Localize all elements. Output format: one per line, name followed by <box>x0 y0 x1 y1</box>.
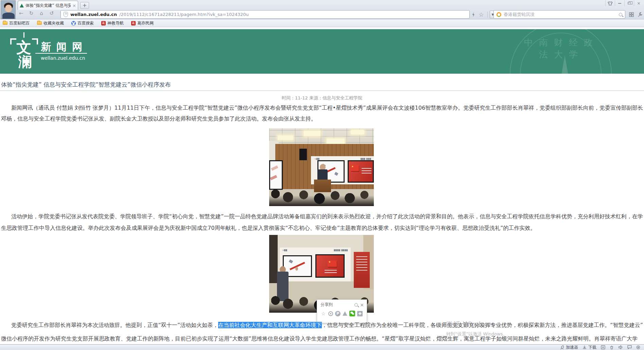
slide <box>316 255 344 277</box>
share-popup-header: 分享到 × <box>317 300 367 308</box>
browser-window: 体验“指尖党建” 信息与安全工 × + × ← ↻ ⌂ ↺ ☆ wellan.z… <box>0 0 644 350</box>
kaixin-icon[interactable] <box>343 311 347 316</box>
ceiling-vent <box>351 130 364 135</box>
nav-buttons: ← ↻ ⌂ ↺ ☆ <box>17 9 66 17</box>
slide-ribbon <box>271 165 279 171</box>
restore-button[interactable] <box>624 0 634 6</box>
bookmark-item[interactable]: 百度贴吧百 <box>3 20 30 26</box>
download-button[interactable]: 下载 <box>582 345 596 350</box>
tab-favicon <box>20 4 24 7</box>
board-brand: ███ ███ <box>361 158 371 160</box>
ceiling-light <box>304 131 320 136</box>
party-flag <box>351 165 359 171</box>
minimize-button[interactable] <box>615 0 624 6</box>
slide-chip <box>334 172 338 176</box>
tab-close-icon[interactable]: × <box>72 3 76 8</box>
share-close-icon[interactable]: × <box>360 302 364 308</box>
accelerator-button[interactable]: 加速器 <box>560 345 578 350</box>
site-security-icon[interactable] <box>64 12 68 17</box>
bookmark-item[interactable]: 百度搜索 <box>71 20 94 26</box>
download-label: 下载 <box>588 345 596 350</box>
bookmark-item[interactable]: 葛 神教导航 <box>101 20 124 26</box>
right-screen <box>315 254 345 278</box>
wenlan-logo[interactable]: 文 澜 <box>10 34 38 68</box>
wechat-icon[interactable] <box>349 311 355 316</box>
share-icons-row: ☆ P ✚ <box>317 308 367 316</box>
site-domain: wellan.zuel.edu.cn <box>41 55 85 61</box>
url-host: wellan.zuel.edu.cn <box>70 12 117 17</box>
tab-title: 体验“指尖党建” 信息与安全工 <box>25 3 71 8</box>
bookmark-item[interactable]: 葛 葛亦民网 <box>131 20 154 26</box>
toolbar-separator <box>487 12 488 18</box>
bookmark-label: 神教导航 <box>107 20 124 26</box>
download-icon <box>582 345 587 349</box>
skin-icon[interactable] <box>605 0 615 6</box>
avatar-body <box>2 13 15 19</box>
share-search-icon[interactable] <box>354 303 358 307</box>
cleaner-icon[interactable] <box>609 345 614 349</box>
history-button[interactable]: ↺ <box>48 9 56 17</box>
folder-icon <box>37 21 42 25</box>
seal-script-text: 中南财经政法大学 <box>521 37 602 60</box>
favorite-star-icon[interactable]: ☆ <box>477 11 485 19</box>
logo-tick <box>23 32 24 38</box>
article-photo-1: N██ ███ ███ <box>269 128 374 206</box>
slide-figure <box>295 267 298 270</box>
bookmark-label: 百度搜索 <box>77 20 94 26</box>
sound-icon[interactable] <box>618 345 623 349</box>
audience <box>269 183 374 206</box>
wrench-menu-button[interactable] <box>636 11 644 19</box>
slide-chip <box>289 259 293 263</box>
ceiling-light <box>278 135 293 140</box>
apps-grid-button[interactable] <box>627 11 636 19</box>
banner-text <box>356 256 367 271</box>
board-brand: N██ <box>282 249 287 251</box>
search-query[interactable]: 香港籍货轮沉没 <box>504 12 616 18</box>
logo-char-lan: 澜 <box>18 53 32 71</box>
logo-divider <box>35 53 87 54</box>
search-icon[interactable] <box>619 13 622 16</box>
new-tab-button[interactable]: + <box>80 2 89 9</box>
search-engine-icon[interactable] <box>497 12 501 17</box>
bookmarks-bar: 百度贴吧百 收藏夹收藏 百度搜索 葛 神教导航 葛 葛亦民网 <box>0 19 644 27</box>
share-popup-title: 分享到 <box>320 302 352 308</box>
url-path: /2019/1112/c1671a228211/pagem.htm?ivk_sa… <box>119 12 249 17</box>
board-brand: N██ <box>315 158 319 160</box>
minimize-icon <box>618 3 621 4</box>
accelerator-label: 加速器 <box>566 345 578 350</box>
slide-ribbon <box>270 175 277 180</box>
article-paragraph-2: 活动伊始，学院党委书记张从发代表院党委、学院领导班子、学院“初心向党，智慧党建”… <box>0 211 644 234</box>
add-box-icon[interactable] <box>601 345 605 349</box>
home-button[interactable]: ⌂ <box>37 9 46 17</box>
more-share-icon[interactable]: ✚ <box>357 311 363 316</box>
weibo-icon[interactable] <box>328 311 333 316</box>
refresh-button[interactable]: ↻ <box>27 9 35 17</box>
bookmark-label: 收藏夹收藏 <box>43 20 64 26</box>
article-title: 体验“指尖党建” 信息与安全工程学院“智慧党建云”微信小程序发布 <box>1 81 171 89</box>
folder-icon <box>3 21 7 25</box>
back-button[interactable]: ← <box>17 9 25 17</box>
university-seal-watermark: 中南财经政法大学 <box>510 29 612 74</box>
browser-tab[interactable]: 体验“指尖党建” 信息与安全工 × <box>18 1 78 10</box>
red-rollup-banner <box>354 252 369 288</box>
bookmark-label: 葛亦民网 <box>137 20 154 26</box>
bookmark-item[interactable]: 收藏夹收藏 <box>37 20 64 26</box>
user-avatar[interactable] <box>1 0 16 19</box>
window-controls: × <box>605 0 643 6</box>
qzone-star-icon[interactable]: ☆ <box>320 311 326 316</box>
pengyou-icon[interactable]: P <box>335 311 341 316</box>
slide-text-lines <box>325 268 337 273</box>
browser-status-bar: 加速器 下载 <box>0 344 644 350</box>
location-icon[interactable] <box>636 345 641 349</box>
search-box[interactable]: 香港籍货轮沉没 <box>493 10 625 19</box>
right-screen <box>348 160 374 183</box>
lightning-icon[interactable] <box>472 12 475 17</box>
address-bar[interactable]: wellan.zuel.edu.cn/2019/1112/c1671a22821… <box>60 10 470 19</box>
feedback-icon[interactable] <box>627 345 632 349</box>
close-button[interactable]: × <box>634 0 643 6</box>
avatar-face <box>5 5 12 12</box>
photo-speaker <box>299 149 307 160</box>
baidu-icon <box>71 21 76 25</box>
board-brand: ████ ████ <box>334 249 348 251</box>
slide <box>349 161 373 182</box>
